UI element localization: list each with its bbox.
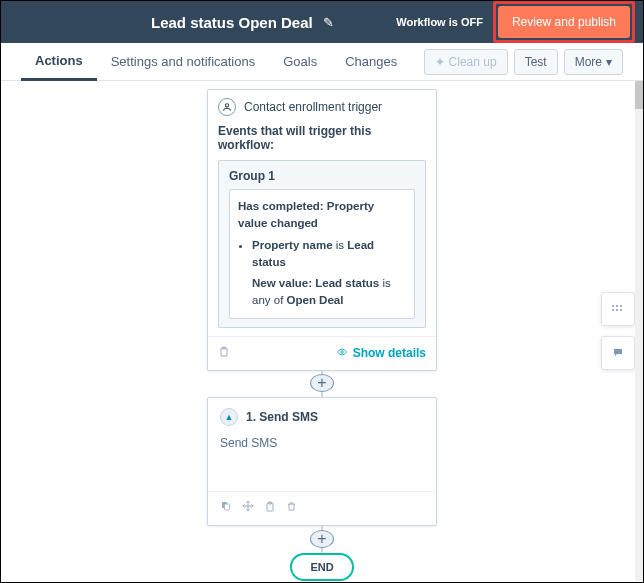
contact-icon: [218, 98, 236, 116]
add-step-button[interactable]: +: [310, 374, 334, 392]
svg-point-0: [225, 104, 228, 107]
minimap-button[interactable]: [601, 292, 635, 326]
tab-settings[interactable]: Settings and notifications: [97, 44, 270, 79]
svg-point-13: [620, 309, 622, 311]
clipboard-icon[interactable]: [218, 345, 230, 362]
trash-icon[interactable]: [286, 500, 297, 517]
action-step-label: 1. Send SMS: [246, 410, 318, 424]
scrollbar[interactable]: [635, 81, 643, 581]
filter-line-1: Property name is Lead status: [252, 237, 406, 272]
side-rail: [601, 292, 635, 370]
workflow-status: Workflow is OFF: [396, 16, 483, 28]
end-node: END: [290, 553, 353, 581]
scroll-thumb[interactable]: [635, 81, 643, 109]
workflow-header: Lead status Open Deal ✎ Workflow is OFF …: [1, 1, 643, 43]
svg-point-3: [340, 351, 343, 354]
trigger-title: Contact enrollment trigger: [244, 100, 382, 114]
svg-point-8: [612, 305, 614, 307]
action-card[interactable]: ▲ 1. Send SMS Send SMS: [207, 397, 437, 526]
move-icon[interactable]: [242, 500, 254, 517]
trigger-subtitle: Events that will trigger this workflow:: [208, 124, 436, 160]
more-button[interactable]: More ▾: [564, 49, 623, 75]
review-publish-button[interactable]: Review and publish: [498, 6, 630, 38]
tab-bar: Actions Settings and notifications Goals…: [1, 43, 643, 81]
filter-title: Has completed: Property value changed: [238, 198, 406, 233]
clipboard-icon[interactable]: [264, 500, 276, 517]
workflow-canvas[interactable]: Contact enrollment trigger Events that w…: [1, 81, 643, 581]
comment-button[interactable]: [601, 336, 635, 370]
group-label: Group 1: [229, 169, 415, 183]
trigger-card[interactable]: Contact enrollment trigger Events that w…: [207, 89, 437, 371]
highlight-box: Review and publish: [493, 1, 635, 43]
svg-point-12: [616, 309, 618, 311]
filter-line-2: New value: Lead status is any of Open De…: [238, 275, 406, 310]
svg-point-10: [620, 305, 622, 307]
show-details-link[interactable]: Show details: [335, 346, 426, 360]
sparkle-icon: ✦: [435, 55, 445, 69]
tab-changes[interactable]: Changes: [331, 44, 411, 79]
add-step-button[interactable]: +: [310, 530, 334, 548]
svg-rect-5: [225, 504, 230, 510]
copy-icon[interactable]: [220, 500, 232, 517]
test-button[interactable]: Test: [514, 49, 558, 75]
caret-down-icon: ▾: [606, 55, 612, 69]
tab-goals[interactable]: Goals: [269, 44, 331, 79]
sms-icon: ▲: [220, 408, 238, 426]
action-footer: [208, 491, 436, 525]
tab-actions[interactable]: Actions: [21, 43, 97, 81]
pencil-icon[interactable]: ✎: [323, 15, 334, 30]
action-body: Send SMS: [208, 436, 436, 491]
cleanup-button[interactable]: ✦Clean up: [424, 49, 508, 75]
filter-box[interactable]: Has completed: Property value changed Pr…: [229, 189, 415, 319]
workflow-title: Lead status Open Deal: [151, 14, 313, 31]
svg-point-9: [616, 305, 618, 307]
eye-icon: [335, 346, 349, 360]
svg-point-11: [612, 309, 614, 311]
filter-group: Group 1 Has completed: Property value ch…: [218, 160, 426, 328]
